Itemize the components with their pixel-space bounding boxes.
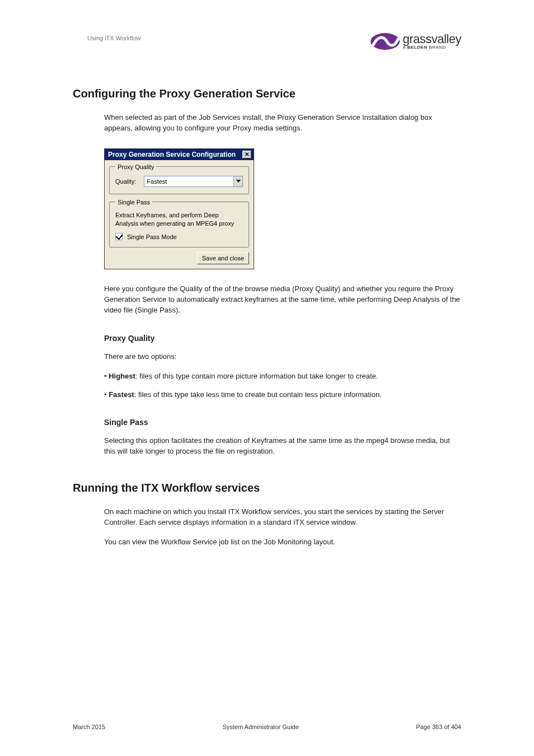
quality-dropdown[interactable]: Fastest (144, 176, 243, 187)
breadcrumb: Using iTX Workflow (73, 31, 141, 41)
save-and-close-button[interactable]: Save and close (197, 252, 249, 264)
logo-text: grassvalley (402, 33, 461, 45)
subheading-single-pass: Single Pass (104, 418, 461, 427)
bullet-highest: • Highest: files of this type contain mo… (104, 371, 461, 382)
subheading-proxy-quality: Proxy Quality (104, 334, 461, 343)
section-heading-running: Running the ITX Workflow services (73, 482, 461, 494)
groupbox-single-pass-legend: Single Pass (115, 199, 152, 206)
quality-dropdown-value: Fastest (147, 178, 167, 185)
footer-date: March 2015 (73, 724, 105, 730)
footer-page-number: Page 383 of 404 (416, 724, 461, 730)
proxy-quality-intro: There are two options: (104, 352, 461, 362)
proxy-generation-dialog: Proxy Generation Service Configuration ✕… (104, 148, 254, 270)
footer-doc-title: System Administrator Guide (223, 724, 299, 730)
quality-label: Quality: (115, 178, 136, 185)
dialog-title-text: Proxy Generation Service Configuration (108, 151, 236, 158)
single-pass-description: Extract Keyframes, and perform Deep Anal… (115, 211, 243, 228)
page-header: Using iTX Workflow grassvalley A BELDEN … (73, 31, 461, 52)
page-footer: March 2015 System Administrator Guide Pa… (73, 724, 461, 730)
brand-logo: grassvalley A BELDEN BRAND (370, 31, 461, 52)
chevron-down-icon[interactable] (233, 176, 242, 186)
groupbox-proxy-quality-legend: Proxy Quality (115, 164, 156, 170)
close-icon[interactable]: ✕ (242, 151, 251, 158)
logo-subtext: A BELDEN BRAND (402, 45, 461, 50)
single-pass-checkbox[interactable] (115, 233, 123, 240)
running-paragraph-2: You can view the Workflow Service job li… (104, 537, 461, 548)
intro-paragraph: When selected as part of the Job Service… (104, 113, 461, 134)
single-pass-checkbox-label: Single Pass Mode (127, 234, 177, 240)
grassvalley-mark-icon (370, 31, 400, 52)
section-heading-configuring: Configuring the Proxy Generation Service (73, 87, 461, 100)
groupbox-single-pass: Single Pass Extract Keyframes, and perfo… (109, 199, 249, 248)
running-paragraph-1: On each machine on which you install ITX… (104, 507, 461, 528)
groupbox-proxy-quality: Proxy Quality Quality: Fastest (109, 164, 249, 194)
single-pass-paragraph: Selecting this option facilitates the cr… (104, 436, 461, 457)
dialog-titlebar: Proxy Generation Service Configuration ✕ (105, 149, 254, 160)
bullet-fastest: • Fastest: files of this type take less … (104, 390, 461, 400)
after-dialog-paragraph: Here you configure the Quality of the of… (104, 284, 461, 316)
